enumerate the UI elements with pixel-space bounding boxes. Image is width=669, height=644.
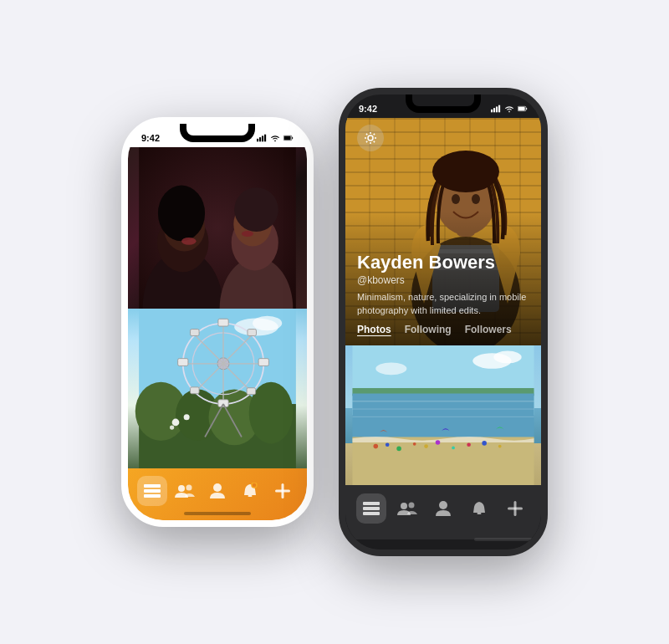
profile-bio: Minimalism, nature, specializing in mobi… [357,291,529,317]
status-icons-light [257,133,294,143]
svg-rect-42 [248,330,257,336]
tab-profile-light[interactable] [202,476,232,506]
svg-rect-0 [257,139,258,141]
add-icon [275,483,290,498]
people-icon-dark [397,501,417,516]
phone-content-dark: Kayden Bowers @kbowers Minimalism, natur… [345,118,541,549]
svg-point-91 [436,440,441,445]
settings-button[interactable] [357,125,384,151]
svg-rect-49 [144,484,161,488]
svg-point-15 [181,238,197,245]
svg-point-90 [424,444,428,448]
svg-rect-98 [363,512,380,515]
tab-add-light[interactable] [268,476,298,506]
svg-rect-51 [144,494,161,498]
feed-icon-dark [363,502,380,515]
svg-point-47 [184,414,190,420]
svg-point-10 [158,186,205,242]
profile-username: @kbowers [357,274,529,286]
svg-rect-40 [191,330,200,336]
svg-rect-5 [284,136,291,140]
tab-profile-dark[interactable] [428,493,458,524]
svg-point-75 [368,135,373,141]
svg-point-78 [493,350,521,363]
svg-rect-97 [363,507,380,510]
signal-icon-dark [491,104,501,114]
tab-bar-dark [345,485,541,539]
svg-point-93 [467,442,471,447]
svg-rect-104 [508,507,523,509]
svg-rect-64 [518,107,525,110]
tab-following[interactable]: Following [405,324,452,335]
svg-point-94 [482,441,487,446]
photo-portrait [128,147,307,309]
svg-point-92 [452,447,455,450]
beach-photo [345,345,541,485]
tab-people-light[interactable] [170,476,200,506]
svg-rect-3 [264,135,266,142]
home-indicator-dark [474,538,541,541]
photo-ferris-wheel [128,309,307,470]
svg-point-100 [409,502,415,508]
beach-svg [345,345,541,485]
svg-point-19 [253,316,282,331]
svg-rect-85 [352,437,534,485]
svg-point-53 [186,485,192,491]
profile-hero: Kayden Bowers @kbowers Minimalism, natur… [345,118,541,345]
battery-icon-dark [518,104,528,114]
svg-rect-61 [496,106,498,112]
svg-point-73 [472,194,480,204]
svg-point-48 [170,425,174,429]
svg-rect-38 [178,359,188,366]
svg-point-88 [396,447,401,452]
portrait-svg [128,147,307,309]
tab-notifications-light[interactable] [235,476,265,506]
status-icons-dark [491,104,528,114]
svg-rect-102 [477,513,481,514]
tab-add-dark[interactable] [500,493,530,524]
phone-light: 9:42 [121,117,314,527]
add-icon-dark [508,501,523,516]
tab-feed-dark[interactable] [356,493,386,524]
phone-content-light [128,147,307,520]
svg-rect-41 [247,388,256,395]
svg-rect-59 [491,110,493,112]
svg-point-56 [252,483,257,488]
svg-point-46 [172,419,180,427]
svg-point-54 [213,483,222,492]
svg-point-99 [401,503,407,509]
svg-point-87 [386,442,390,447]
svg-rect-1 [259,137,261,141]
ferris-scene [128,309,307,470]
svg-point-95 [498,445,502,448]
signal-icon [257,133,267,143]
svg-rect-50 [144,489,161,493]
profile-name: Kayden Bowers [357,253,529,273]
svg-rect-58 [275,490,290,493]
photo-grid [128,147,307,470]
bell-icon [243,483,258,499]
tab-notifications-dark[interactable] [464,493,494,524]
home-indicator-light [184,512,251,515]
status-time-light: 9:42 [141,133,160,143]
svg-rect-62 [498,105,500,113]
svg-point-79 [375,362,406,375]
svg-point-14 [234,187,278,232]
profile-tabs: Photos Following Followers [357,324,529,335]
status-bar-dark: 9:42 [345,95,541,118]
notch-light [180,124,255,142]
status-time-dark: 9:42 [359,104,377,114]
tab-followers[interactable]: Followers [465,324,512,335]
profile-icon [210,483,225,499]
svg-rect-39 [258,359,268,366]
gear-icon [364,131,377,145]
svg-rect-43 [191,387,200,394]
bell-icon-dark [472,500,487,517]
svg-rect-55 [248,495,252,497]
profile-icon-dark [436,500,451,517]
tab-feed-light[interactable] [137,476,167,506]
svg-rect-2 [262,135,263,141]
tab-people-dark[interactable] [392,493,422,524]
tab-photos[interactable]: Photos [357,324,391,335]
svg-point-74 [432,151,499,192]
